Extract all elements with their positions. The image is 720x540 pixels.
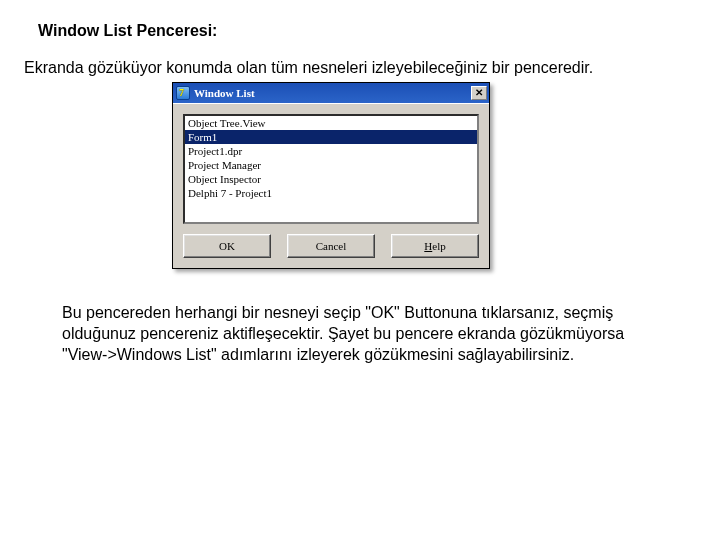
- section-heading: Window List Penceresi:: [38, 22, 696, 40]
- list-item[interactable]: Delphi 7 - Project1: [185, 186, 477, 200]
- list-item[interactable]: Project Manager: [185, 158, 477, 172]
- footer-line: "View->Windows List" adımlarını izleyere…: [62, 345, 682, 366]
- window-title: Window List: [194, 86, 471, 100]
- footer-line: Bu pencereden herhangi bir nesneyi seçip…: [62, 303, 682, 324]
- help-button[interactable]: Help: [391, 234, 479, 258]
- footer-paragraph: Bu pencereden herhangi bir nesneyi seçip…: [62, 303, 682, 365]
- help-rest: elp: [432, 240, 445, 252]
- ok-button[interactable]: OK: [183, 234, 271, 258]
- dialog-client-area: Object Tree.View Form1 Project1.dpr Proj…: [173, 103, 489, 268]
- app-icon: [176, 86, 190, 100]
- list-item[interactable]: Project1.dpr: [185, 144, 477, 158]
- footer-line: olduğunuz pencereniz aktifleşecektir. Şa…: [62, 324, 682, 345]
- window-listbox[interactable]: Object Tree.View Form1 Project1.dpr Proj…: [183, 114, 479, 224]
- button-row: OK Cancel Help: [183, 234, 479, 258]
- titlebar: Window List ✕: [173, 83, 489, 103]
- intro-paragraph: Ekranda gözüküyor konumda olan tüm nesne…: [24, 58, 696, 78]
- list-item[interactable]: Object Tree.View: [185, 116, 477, 130]
- list-item[interactable]: Form1: [185, 130, 477, 144]
- list-item[interactable]: Object Inspector: [185, 172, 477, 186]
- cancel-button[interactable]: Cancel: [287, 234, 375, 258]
- close-button[interactable]: ✕: [471, 86, 487, 100]
- window-list-dialog: Window List ✕ Object Tree.View Form1 Pro…: [172, 82, 490, 269]
